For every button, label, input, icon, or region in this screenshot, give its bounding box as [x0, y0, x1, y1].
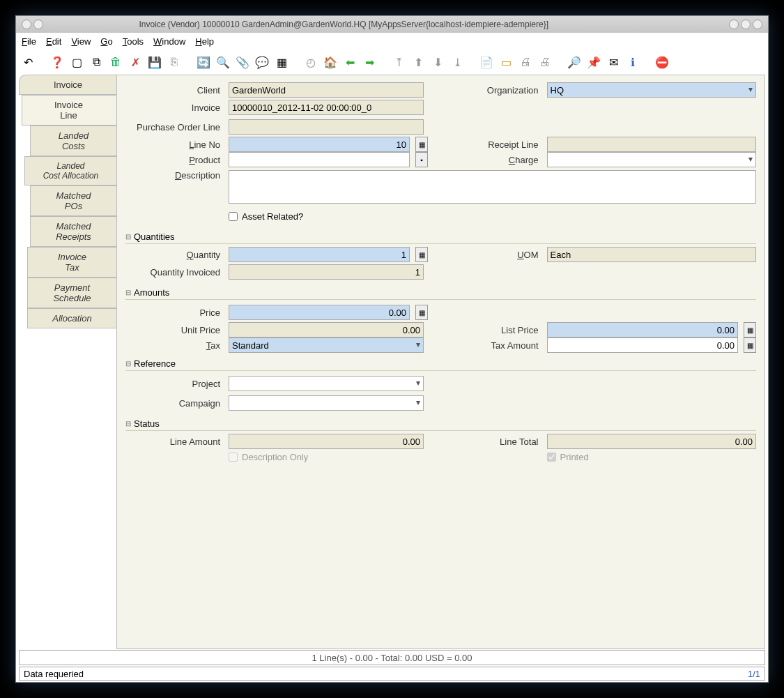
field-list-price[interactable]: 0.00	[547, 322, 739, 337]
tab-allocation[interactable]: Allocation	[27, 308, 116, 328]
copy-icon[interactable]: ⧉	[89, 54, 104, 70]
home-icon[interactable]: 🏠	[323, 54, 338, 70]
menu-help[interactable]: Help	[195, 36, 214, 47]
price-calc-icon[interactable]: ▦	[415, 305, 428, 320]
field-tax-amount[interactable]: 0.00	[547, 337, 739, 353]
field-organization[interactable]: HQ	[547, 82, 757, 98]
delete-selection-icon[interactable]: ✗	[128, 54, 143, 70]
label-price: Price	[125, 308, 223, 318]
save-new-icon[interactable]: ⎘	[167, 54, 182, 70]
back-icon[interactable]: ⬅	[342, 54, 358, 70]
label-line-amount: Line Amount	[125, 437, 223, 447]
maximize-icon[interactable]	[741, 20, 751, 29]
undo-icon[interactable]: ↶	[20, 54, 36, 70]
save-icon[interactable]: 💾	[147, 54, 162, 70]
lineno-calc-icon[interactable]: ▦	[415, 137, 428, 152]
field-charge[interactable]	[547, 152, 757, 167]
label-product: Product	[125, 155, 223, 165]
tab-matched-receipts[interactable]: Matched Receipts	[30, 216, 116, 247]
field-receipt	[547, 137, 757, 152]
tab-invoice-line[interactable]: Invoice Line	[22, 95, 116, 126]
archive-icon[interactable]: ▭	[498, 54, 514, 70]
request-icon[interactable]: ✉	[606, 54, 621, 70]
label-charge: Charge	[444, 155, 541, 165]
field-lineno[interactable]: 10	[229, 137, 410, 152]
chat-icon[interactable]: 💬	[254, 54, 270, 70]
list-price-calc-icon[interactable]: ▦	[744, 322, 756, 337]
product-lookup-icon[interactable]: ▪	[415, 152, 428, 167]
titlebar: Invoice (Vendor) 10000010 GardenAdmin@Ga…	[16, 16, 768, 33]
label-project: Project	[125, 379, 223, 389]
status-message: Data requeried	[24, 669, 84, 679]
window-sticky-icon[interactable]	[33, 20, 43, 29]
menubar: File Edit View Go Tools Window Help	[16, 33, 768, 50]
label-list-price: List Price	[444, 325, 541, 335]
menu-go[interactable]: Go	[100, 36, 112, 47]
tab-invoice[interactable]: Invoice	[19, 75, 116, 95]
tab-invoice-tax[interactable]: Invoice Tax	[27, 247, 116, 278]
last-icon[interactable]: ⤓	[449, 54, 465, 70]
menu-tools[interactable]: Tools	[123, 36, 144, 47]
menu-file[interactable]: File	[22, 36, 36, 47]
field-campaign[interactable]	[229, 395, 424, 411]
status-footer: Data requeried 1/1	[19, 667, 765, 681]
field-uom: Each	[547, 247, 757, 262]
label-campaign: Campaign	[125, 398, 223, 409]
zoom-across-icon[interactable]: 🔎	[567, 54, 582, 70]
end-icon[interactable]: ⛔	[654, 54, 670, 70]
field-line-amount: 0.00	[229, 434, 424, 449]
side-tabs: Invoice Invoice Line Landed Costs Landed…	[19, 75, 116, 649]
history-icon[interactable]: ◴	[303, 54, 318, 70]
label-organization: Organization	[444, 85, 541, 96]
form-panel: Client GardenWorld Organization HQ Invoi…	[116, 75, 765, 649]
delete-icon[interactable]: 🗑	[108, 54, 123, 70]
help-icon[interactable]: ❓	[49, 54, 65, 70]
section-amounts[interactable]: Amounts	[125, 287, 756, 300]
field-price[interactable]: 0.00	[229, 305, 410, 320]
forward-icon[interactable]: ➡	[362, 54, 377, 70]
field-quantity[interactable]: 1	[229, 247, 410, 262]
workflow-icon[interactable]: 📌	[586, 54, 601, 70]
menu-edit[interactable]: Edit	[46, 36, 61, 47]
field-description[interactable]	[229, 170, 756, 204]
field-invoice: 10000010_2012-11-02 00:00:00_0	[229, 100, 424, 115]
close-icon[interactable]	[753, 20, 762, 29]
label-quantity: Quantity	[125, 250, 223, 260]
new-icon[interactable]: ▢	[69, 54, 84, 70]
label-tax-amount: Tax Amount	[444, 340, 541, 351]
menu-window[interactable]: Window	[153, 36, 185, 47]
field-product[interactable]	[229, 152, 410, 167]
section-status[interactable]: Status	[125, 418, 756, 431]
grid-icon[interactable]: ▦	[274, 54, 289, 70]
attachment-icon[interactable]: 📎	[235, 54, 250, 70]
label-tax: Tax	[125, 340, 223, 351]
prev-icon[interactable]: ⬆	[410, 54, 426, 70]
tab-landed-costs[interactable]: Landed Costs	[30, 126, 116, 156]
minimize-icon[interactable]	[729, 20, 739, 29]
menu-view[interactable]: View	[71, 36, 91, 47]
next-icon[interactable]: ⬇	[430, 54, 445, 70]
window-menu-icon[interactable]	[22, 20, 31, 29]
tab-landed-cost-allocation[interactable]: Landed Cost Allocation	[24, 156, 116, 185]
tab-payment-schedule[interactable]: Payment Schedule	[27, 278, 116, 308]
product-info-icon[interactable]: ℹ	[625, 54, 640, 70]
field-pol	[229, 119, 424, 135]
label-pol: Purchase Order Line	[125, 122, 223, 132]
print-icon[interactable]: 🖨	[537, 54, 553, 70]
print-preview-icon[interactable]: 🖨	[518, 54, 533, 70]
field-project[interactable]	[229, 376, 424, 391]
tab-matched-pos[interactable]: Matched POs	[30, 185, 116, 216]
tax-amount-calc-icon[interactable]: ▦	[744, 337, 756, 353]
find-icon[interactable]: 🔍	[215, 54, 231, 70]
quantity-calc-icon[interactable]: ▦	[415, 247, 428, 262]
first-icon[interactable]: ⤒	[391, 54, 406, 70]
label-qty-invoiced: Quantity Invoiced	[125, 267, 223, 278]
section-quantities[interactable]: Quantities	[125, 232, 756, 244]
section-reference[interactable]: Reference	[125, 358, 756, 371]
checkbox-asset-related[interactable]: Asset Related?	[229, 211, 303, 222]
toolbar: ↶ ❓ ▢ ⧉ 🗑 ✗ 💾 ⎘ 🔄 🔍 📎 💬 ▦ ◴ 🏠 ⬅ ➡ ⤒ ⬆ ⬇ …	[16, 50, 768, 75]
report-icon[interactable]: 📄	[479, 54, 494, 70]
refresh-icon[interactable]: 🔄	[196, 54, 211, 70]
field-tax[interactable]: Standard	[229, 337, 424, 353]
label-uom: UOM	[444, 250, 541, 260]
